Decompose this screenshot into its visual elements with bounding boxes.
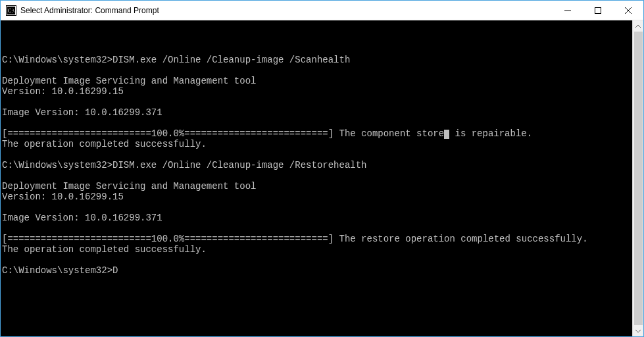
maximize-button[interactable] <box>583 1 613 20</box>
cmd-icon: C:\ <box>6 5 16 16</box>
terminal-line: Deployment Image Servicing and Managemen… <box>2 76 632 86</box>
terminal-line: The operation completed successfully. <box>2 139 632 149</box>
terminal-line <box>2 202 632 213</box>
window-title: Select Administrator: Command Prompt <box>20 6 553 15</box>
terminal-output[interactable]: C:\Windows\system32>DISM.exe /Online /Cl… <box>1 20 632 336</box>
svg-rect-5 <box>595 8 601 14</box>
terminal-line: [==========================100.0%=======… <box>2 128 632 139</box>
terminal-line <box>2 170 632 181</box>
terminal-line <box>2 118 632 128</box>
scroll-thumb[interactable] <box>634 32 643 325</box>
terminal-line: Version: 10.0.16299.15 <box>2 192 632 202</box>
terminal-line: Image Version: 10.0.16299.371 <box>2 107 632 118</box>
command-prompt-window: C:\ Select Administrator: Command Prompt… <box>0 0 644 337</box>
scroll-track[interactable] <box>633 32 644 325</box>
terminal-line: C:\Windows\system32>DISM.exe /Online /Cl… <box>2 160 632 170</box>
terminal-line <box>2 223 632 234</box>
scroll-up-arrow-icon[interactable] <box>633 20 644 32</box>
terminal-line: [==========================100.0%=======… <box>2 234 632 244</box>
window-controls <box>553 1 643 20</box>
terminal-line <box>2 149 632 160</box>
titlebar[interactable]: C:\ Select Administrator: Command Prompt <box>1 1 643 20</box>
text-cursor <box>444 130 449 139</box>
terminal-line: Version: 10.0.16299.15 <box>2 86 632 97</box>
svg-text:C:\: C:\ <box>8 8 15 14</box>
terminal-line <box>2 97 632 107</box>
terminal-line: Image Version: 10.0.16299.371 <box>2 213 632 223</box>
terminal-line: C:\Windows\system32>D <box>2 265 632 276</box>
terminal-line: The operation completed successfully. <box>2 244 632 255</box>
scroll-down-arrow-icon[interactable] <box>633 325 644 336</box>
terminal-line <box>2 34 632 44</box>
close-button[interactable] <box>613 1 643 20</box>
minimize-button[interactable] <box>553 1 583 20</box>
terminal-line: C:\Windows\system32>DISM.exe /Online /Cl… <box>2 55 632 65</box>
terminal-line <box>2 23 632 34</box>
terminal-line <box>2 255 632 265</box>
terminal-line: Deployment Image Servicing and Managemen… <box>2 181 632 192</box>
content-wrap: C:\Windows\system32>DISM.exe /Online /Cl… <box>1 20 643 336</box>
terminal-line <box>2 44 632 55</box>
vertical-scrollbar[interactable] <box>632 20 643 336</box>
terminal-line <box>2 65 632 76</box>
